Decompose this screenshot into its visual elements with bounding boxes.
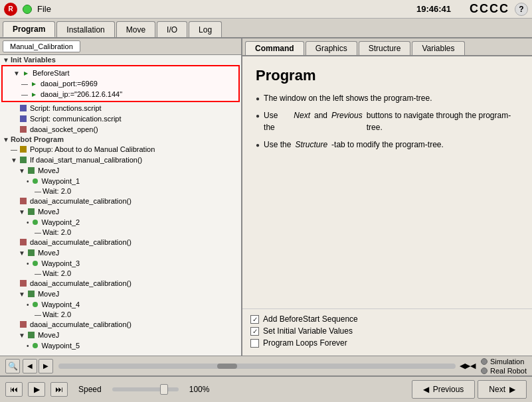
real-robot-label: Real Robot: [490, 367, 527, 375]
tree-wait-2[interactable]: — Wait: 2.0: [0, 228, 241, 237]
right-tab-variables[interactable]: Variables: [412, 41, 464, 55]
right-tab-command[interactable]: Command: [245, 41, 304, 55]
wp3-icon: [31, 259, 40, 268]
tree-wait-3[interactable]: — Wait: 2.0: [0, 269, 241, 278]
tree-wp2[interactable]: • Waypoint_2: [0, 217, 241, 228]
tree-script-communication[interactable]: Script: communication.script: [0, 113, 241, 124]
wp2-icon: [31, 218, 40, 227]
wp1-icon: [31, 176, 40, 186]
arrow-init: ▼: [3, 56, 9, 64]
tree-content[interactable]: ▼ Init Variables ▼ ▶ BeforeStart — ▶ dao…: [0, 55, 241, 356]
info-list: The window on the left shows the program…: [256, 92, 519, 151]
accum4-icon: [19, 320, 28, 329]
arrow-popup: —: [11, 146, 17, 153]
right-tab-structure[interactable]: Structure: [359, 41, 411, 55]
skip-back-button[interactable]: ⏮: [5, 382, 23, 397]
checkbox-loops[interactable]: [250, 339, 259, 348]
speed-thumb[interactable]: [160, 384, 168, 395]
tree-beforestart[interactable]: ▼ ▶ BeforeStart: [3, 68, 238, 78]
tree-wrapper: ▼ Init Variables ▼ ▶ BeforeStart — ▶ dao…: [0, 55, 241, 356]
tree-wait-4[interactable]: — Wait: 2.0: [0, 310, 241, 319]
tree-accum-3[interactable]: daoai_accumulate_calibration(): [0, 278, 241, 289]
beforestart-group: ▼ ▶ BeforeStart — ▶ daoai_port:=6969 — ▶…: [1, 65, 240, 102]
subtab-manual-calibration[interactable]: Manual_Calibration: [3, 40, 80, 52]
tree-script-functions[interactable]: Script: functions.script: [0, 103, 241, 113]
arrow-beforestart: ▼: [13, 70, 20, 77]
skip-forward-button[interactable]: ⏭: [50, 382, 68, 397]
sim-dot: [481, 358, 488, 365]
right-tab-graphics[interactable]: Graphics: [306, 41, 357, 55]
search-button[interactable]: 🔍: [5, 359, 20, 373]
movej3-icon: [27, 248, 36, 257]
popup-icon: [19, 145, 28, 154]
checkbox-initvars-label: Set Initial Variable Values: [263, 326, 353, 336]
arrow-ip: —: [21, 91, 28, 98]
tree-if[interactable]: ▼ If daoai_start_manual_calibration(): [0, 155, 241, 165]
tab-io[interactable]: I/O: [157, 21, 187, 37]
arrow-movej4: ▼: [19, 291, 25, 298]
arrow-wait3: —: [35, 270, 41, 277]
titlebar: R File 19:46:41 CCCC ?: [0, 0, 532, 19]
tree-accum-1[interactable]: daoai_accumulate_calibration(): [0, 196, 241, 206]
checkbox-beforestart[interactable]: [250, 315, 259, 324]
next-button[interactable]: Next ▶: [478, 380, 527, 399]
tab-log[interactable]: Log: [189, 21, 222, 37]
tree-movej-1[interactable]: ▼ MoveJ: [0, 165, 241, 176]
checkboxes-area: Add BeforeStart Sequence Set Initial Var…: [242, 308, 532, 356]
checkbox-loops-label: Program Loops Forever: [263, 338, 347, 348]
scroll-thumb[interactable]: [217, 364, 237, 369]
tree-wait-1[interactable]: — Wait: 2.0: [0, 186, 241, 196]
tree-wp3[interactable]: • Waypoint_3: [0, 258, 241, 269]
tab-move[interactable]: Move: [116, 21, 155, 37]
scroll-track-inner[interactable]: [58, 364, 456, 369]
tree-section-init-variables[interactable]: ▼ Init Variables: [0, 55, 241, 64]
bottom-bar: ⏮ ▶ ⏭ Speed 100% ◀ Previous Next ▶: [0, 375, 532, 402]
help-button[interactable]: ?: [515, 3, 528, 16]
status-indicator: [23, 5, 32, 14]
scroll-track[interactable]: ◀▶◀: [58, 362, 476, 370]
arrow-if: ▼: [11, 157, 17, 164]
tree-accum-2[interactable]: daoai_accumulate_calibration(): [0, 237, 241, 247]
socket-icon: [19, 125, 28, 134]
tab-program[interactable]: Program: [3, 21, 55, 37]
wp4-icon: [31, 300, 40, 309]
tree-movej-4[interactable]: ▼ MoveJ: [0, 289, 241, 299]
port-icon: ▶: [29, 79, 39, 88]
speed-slider[interactable]: [112, 387, 179, 391]
tree-ip[interactable]: — ▶ daoai_ip:="206.12.6.144": [3, 89, 238, 100]
movej2-icon: [27, 207, 36, 216]
arrow-movej2: ▼: [19, 208, 25, 216]
accum1-icon: [19, 196, 28, 206]
checkbox-row-loops: Program Loops Forever: [250, 338, 524, 348]
ip-icon: ▶: [29, 90, 39, 99]
checkbox-initvars[interactable]: [250, 327, 259, 336]
previous-button[interactable]: ◀ Previous: [412, 380, 476, 399]
undo-button[interactable]: ◀: [23, 359, 37, 373]
right-content: Program The window on the left shows the…: [242, 56, 532, 308]
file-menu[interactable]: File: [37, 4, 51, 14]
tree-movej-5[interactable]: ▼ MoveJ: [0, 330, 241, 340]
movej4-icon: [27, 289, 36, 299]
time-display: 19:46:41: [416, 4, 451, 14]
tree-movej-3[interactable]: ▼ MoveJ: [0, 247, 241, 258]
status-bar: 🔍 ◀ ▶ ◀▶◀ Simulation Real Robot: [0, 356, 532, 375]
arrow-port: —: [21, 80, 28, 88]
tree-wp4[interactable]: • Waypoint_4: [0, 299, 241, 310]
movej5-icon: [27, 330, 36, 340]
tree-popup[interactable]: — Popup: About to do Manual Calibration: [0, 144, 241, 155]
right-tabs-bar: Command Graphics Structure Variables: [242, 38, 532, 56]
tab-installation[interactable]: Installation: [56, 21, 114, 37]
tree-wp5[interactable]: • Waypoint_5: [0, 340, 241, 351]
arrow-robot: ▼: [3, 136, 9, 143]
tree-accum-4[interactable]: daoai_accumulate_calibration(): [0, 319, 241, 330]
redo-button[interactable]: ▶: [39, 359, 53, 373]
tree-socket-open[interactable]: daoai_socket_open(): [0, 124, 241, 135]
tree-section-robot-program[interactable]: ▼ Robot Program: [0, 135, 241, 144]
arrow-wp2: •: [27, 219, 29, 226]
nav-buttons: ◀ Previous Next ▶: [412, 380, 527, 399]
tree-wp1[interactable]: • Waypoint_1: [0, 176, 241, 186]
play-button[interactable]: ▶: [28, 382, 45, 397]
speed-percent: 100%: [189, 385, 210, 394]
tree-port[interactable]: — ▶ daoai_port:=6969: [3, 78, 238, 89]
tree-movej-2[interactable]: ▼ MoveJ: [0, 206, 241, 217]
